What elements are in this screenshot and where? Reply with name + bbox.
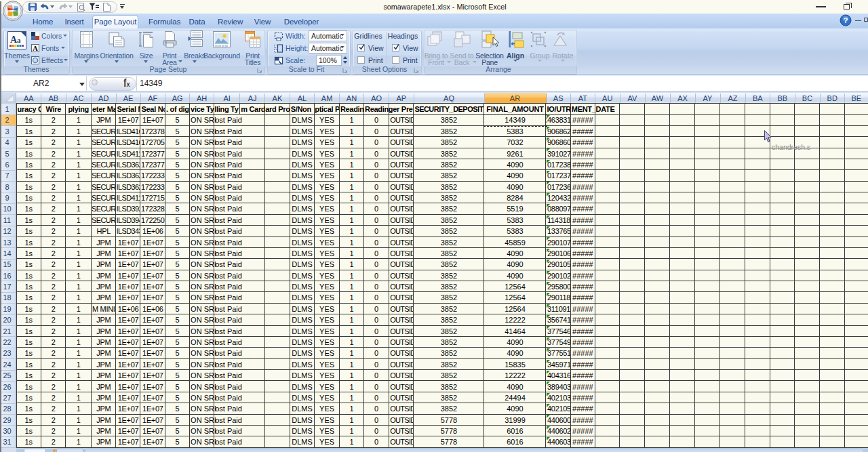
svg-text:a: a <box>17 36 21 44</box>
svg-text:?: ? <box>844 16 848 24</box>
svg-text:A: A <box>33 44 38 52</box>
